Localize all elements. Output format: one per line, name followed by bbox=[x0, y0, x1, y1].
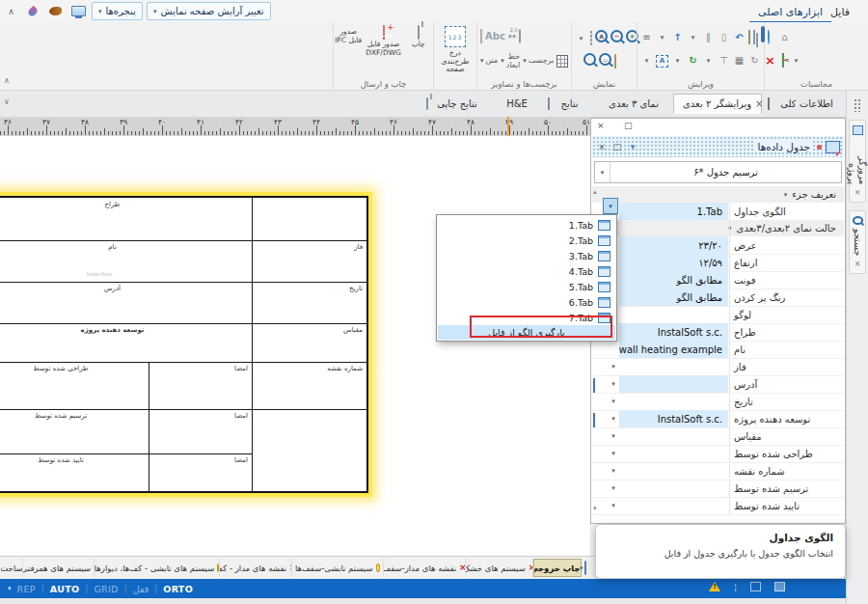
property-row[interactable]: طراحی شده توسط▾ bbox=[592, 445, 844, 463]
monitor-icon[interactable] bbox=[584, 562, 586, 574]
doc-tab-6[interactable]: اطلاعات کلی bbox=[763, 94, 845, 114]
pan-hand-icon[interactable] bbox=[614, 55, 616, 68]
chevron-down-icon[interactable]: ▾ bbox=[608, 445, 619, 462]
sidebar-tab-project-browser[interactable]: مرورگر پروژه × bbox=[849, 120, 866, 203]
element-selector-combobox[interactable]: ▾ ۶* ترسیم جدول bbox=[594, 161, 842, 183]
pin-icon[interactable]: ¦ bbox=[734, 582, 737, 591]
dropdown-item[interactable]: 6.Tab bbox=[438, 294, 615, 310]
close-icon[interactable]: × bbox=[854, 260, 861, 268]
dropdown-item[interactable]: 3.Tab bbox=[438, 248, 615, 263]
doc-tab-5[interactable]: ویرایشگر ۲ بعدی× bbox=[673, 94, 762, 114]
flip-vertical-icon[interactable]: ↑ bbox=[671, 31, 684, 44]
select-text-icon[interactable]: A bbox=[656, 53, 668, 68]
dropdown-item[interactable]: 2.Tab bbox=[438, 233, 615, 248]
status-toggle-rep[interactable]: REP bbox=[17, 584, 36, 594]
zoom-page-icon[interactable] bbox=[599, 53, 611, 69]
zoom-area-icon[interactable] bbox=[595, 30, 608, 45]
layout-icon[interactable] bbox=[750, 582, 761, 591]
template-dropdown-button[interactable]: ▾ bbox=[603, 198, 618, 214]
property-row[interactable]: آدرس▾ bbox=[592, 375, 844, 394]
sheet-tab-5[interactable]: سیستم تابشی-سقف‌ها bbox=[292, 559, 384, 577]
drawing-canvas[interactable]: طراحنامفازآدرستاریختوسعه دهنده پروژهمقیا… bbox=[0, 136, 590, 556]
label-frame-icon[interactable] bbox=[519, 30, 521, 42]
chevron-down-icon[interactable]: ▾ bbox=[608, 462, 619, 480]
property-row[interactable]: لوگو bbox=[592, 306, 844, 324]
property-row[interactable]: نامUnderfloor and wall heating example bbox=[592, 341, 844, 359]
property-row[interactable]: ارتفاع۱۲/۵۹ bbox=[592, 254, 844, 272]
chevron-down-icon[interactable]: ∨ bbox=[4, 97, 10, 106]
monitor-icon[interactable] bbox=[593, 414, 595, 426]
property-row[interactable]: ترسیم شده توسط▾ bbox=[592, 480, 844, 498]
dropdown-item[interactable]: 1.Tab bbox=[438, 217, 615, 233]
property-row[interactable]: طراحInstalSoft s.c. bbox=[592, 323, 844, 342]
section-view-mode[interactable]: حالت نمای ۲بعدی/۳بعدی▾ bbox=[592, 220, 844, 236]
table-icon[interactable] bbox=[556, 55, 568, 68]
warning-icon[interactable] bbox=[709, 582, 720, 591]
doc-tab-4[interactable]: نمای ۳ بعدی bbox=[593, 94, 670, 114]
panel-title-bar[interactable]: جدول داده‌ها ▾ □ × bbox=[592, 136, 844, 157]
chevron-down-icon[interactable]: ▾ bbox=[608, 393, 619, 410]
ribbon-button-export-dxf[interactable]: صدور فایل DXF/DWG bbox=[367, 26, 400, 57]
node-icon[interactable]: ⊤ bbox=[718, 54, 730, 68]
sheet-tab-4[interactable]: ×نقشه های مدار - کف bbox=[220, 559, 292, 577]
close-icon[interactable]: × bbox=[854, 188, 861, 197]
property-row[interactable]: مقیاس▾ bbox=[592, 427, 844, 446]
screen-layout-button[interactable]: تغییر آرایش صفحه نمایش▾ bbox=[147, 2, 271, 20]
section-define-part[interactable]: تعریف جزء▾ bbox=[592, 186, 844, 203]
status-toggle-orto[interactable]: ORTO bbox=[163, 584, 193, 594]
property-row[interactable]: شماره نقشه▾ bbox=[592, 462, 844, 480]
ribbon-button-print[interactable]: چاپ bbox=[404, 26, 434, 57]
grid-add-icon[interactable]: ▦ bbox=[733, 54, 746, 68]
sheet-tab-3[interactable]: سیستم های تابشی - کف‌ها، دیوارها bbox=[95, 559, 220, 577]
copy-icon[interactable] bbox=[753, 31, 758, 43]
ribbon-button-export-ifc[interactable]: صدور فایل IFC bbox=[334, 26, 364, 57]
status-toggle-grid[interactable]: GRID bbox=[94, 584, 118, 594]
table-template-row[interactable]: الگوی جداول 1.Tab bbox=[592, 203, 844, 221]
sheet-list-chevron-icon[interactable]: ▾ bbox=[580, 564, 583, 572]
property-row[interactable]: فونتمطابق الگو bbox=[592, 271, 844, 289]
doc-tab-3[interactable]: نتایج bbox=[543, 94, 590, 114]
dropdown-chevron-icon[interactable]: ▾ bbox=[640, 53, 653, 68]
maximize-icon[interactable]: □ bbox=[611, 142, 623, 151]
property-row[interactable]: عرض۲۳/۲۰ bbox=[592, 236, 844, 255]
property-row[interactable]: تاریخ▾ bbox=[592, 393, 844, 411]
chevron-down-icon[interactable]: ▾ bbox=[608, 375, 619, 393]
blank-page-icon[interactable] bbox=[480, 30, 482, 42]
status-toggle-auto[interactable]: AUTO bbox=[50, 584, 80, 594]
property-row[interactable]: تایید شده توسط▾ bbox=[592, 497, 844, 515]
chevron-down-icon[interactable]: ▾ bbox=[8, 585, 12, 592]
chevron-down-icon[interactable]: ▾ bbox=[608, 480, 619, 497]
doc-tab-2[interactable]: H&E bbox=[490, 94, 540, 114]
undo-icon[interactable]: ↶ bbox=[733, 31, 746, 44]
sheet-tab-1[interactable]: ساخت bbox=[1, 559, 23, 577]
dropdown-chevron-icon[interactable]: ▾ bbox=[790, 53, 802, 68]
selection-area-icon[interactable] bbox=[590, 32, 592, 44]
brush-icon[interactable] bbox=[46, 3, 65, 19]
windows-button[interactable]: پنجره‌ها▾ bbox=[92, 2, 143, 20]
property-row[interactable]: رنگ پر کردنمطابق الگو bbox=[592, 288, 844, 307]
chevron-down-icon[interactable]: ▾ bbox=[627, 142, 638, 151]
monitor-icon[interactable] bbox=[593, 379, 595, 392]
doc-tab-1[interactable]: نتایج چاپی bbox=[421, 94, 487, 114]
dropdown-chevron-icon[interactable]: ▾ bbox=[687, 30, 699, 44]
property-row[interactable]: فاز▾ bbox=[592, 358, 844, 376]
property-row[interactable]: توسعه دهنده پروژهInstalSoft s.c.▾ bbox=[592, 410, 844, 428]
chevron-down-icon[interactable]: ▾ bbox=[608, 427, 619, 445]
maximize-icon[interactable]: □ bbox=[624, 121, 633, 130]
close-icon[interactable]: × bbox=[596, 142, 608, 151]
collapse-chevron-icon[interactable]: ∧ bbox=[2, 3, 20, 19]
chevron-down-icon[interactable]: ▾ bbox=[608, 497, 619, 514]
paste-icon[interactable] bbox=[748, 31, 750, 43]
sidebar-tab-search[interactable]: جستجو × bbox=[849, 210, 866, 274]
zoom-icon[interactable] bbox=[583, 53, 596, 69]
sheet-tab-8[interactable]: چاپ خروجی bbox=[533, 559, 582, 577]
dropdown-item[interactable]: 4.Tab bbox=[438, 263, 615, 279]
droplet-outline-icon[interactable] bbox=[768, 31, 770, 43]
dropdown-item[interactable]: 5.Tab bbox=[438, 279, 615, 294]
dimension-icon[interactable]: ↔2.0 bbox=[508, 30, 516, 42]
status-toggle-قفل[interactable]: قفل bbox=[133, 584, 149, 594]
labels-dropdown-button[interactable]: برچسب▾ bbox=[523, 57, 554, 66]
zoom-out-icon[interactable] bbox=[610, 30, 623, 45]
dropdown-chevron-icon[interactable]: ▾ bbox=[656, 30, 668, 44]
split-icon[interactable]: ∥ bbox=[702, 31, 715, 44]
